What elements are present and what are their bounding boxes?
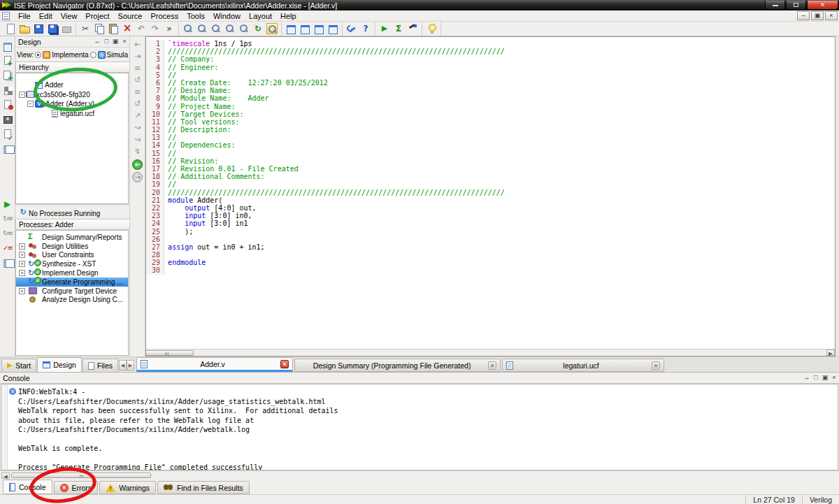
- cut-button[interactable]: [78, 22, 92, 36]
- code-editor[interactable]: 1`timescale 1ns / 1ps2//////////////////…: [145, 36, 836, 357]
- new-window-button[interactable]: [284, 22, 298, 36]
- zoom-default-button[interactable]: [237, 22, 251, 36]
- zoom-in-button[interactable]: [181, 22, 195, 36]
- rerun-process-button[interactable]: [1, 212, 15, 225]
- menu-source[interactable]: Source: [114, 11, 147, 21]
- console-horizontal-scrollbar[interactable]: ◀: [0, 470, 839, 480]
- console-scrollbar[interactable]: [1, 384, 8, 470]
- new-window-button[interactable]: [1, 39, 15, 52]
- nav-forward-button[interactable]: [132, 172, 143, 182]
- goto-marker-button[interactable]: [406, 22, 420, 36]
- context-help-button[interactable]: [359, 22, 373, 36]
- process-item[interactable]: +Design Utilities: [16, 242, 128, 251]
- editor-horizontal-scrollbar[interactable]: ◀ ▶: [145, 349, 835, 356]
- check-source-button[interactable]: [1, 127, 15, 141]
- console-scroll-thumb[interactable]: [11, 473, 151, 478]
- expander-icon[interactable]: −: [19, 92, 25, 98]
- menu-edit[interactable]: Edit: [35, 11, 57, 21]
- console-scroll-left-arrow[interactable]: ◀: [1, 473, 10, 479]
- tab-warnings[interactable]: Warnings: [99, 481, 156, 494]
- close-tab-icon[interactable]: ✕: [488, 361, 496, 370]
- dock-left-button[interactable]: [131, 38, 144, 50]
- process-item[interactable]: +Configure Target Device: [16, 287, 128, 296]
- save-button[interactable]: [31, 22, 45, 36]
- bookmark-lines-button[interactable]: [131, 62, 144, 74]
- next-marker-button[interactable]: [131, 110, 144, 122]
- partition-button[interactable]: [1, 83, 15, 96]
- edit-marker-button[interactable]: [131, 122, 144, 134]
- expander-icon[interactable]: +: [19, 288, 25, 294]
- tile-horizontal-button[interactable]: [312, 22, 326, 36]
- process-item[interactable]: +↻✓Synthesize - XST: [16, 259, 128, 268]
- undo-button[interactable]: [134, 22, 148, 36]
- menu-layout[interactable]: Layout: [245, 11, 276, 21]
- tree-item[interactable]: Adder: [16, 80, 128, 90]
- refresh-doc-button[interactable]: [251, 22, 265, 36]
- tile-vertical-button[interactable]: [326, 22, 340, 36]
- run-button[interactable]: [378, 22, 392, 36]
- view-radio-simulation[interactable]: [90, 52, 96, 58]
- overflow-button[interactable]: [162, 22, 176, 36]
- menu-process[interactable]: Process: [146, 11, 182, 21]
- process-item[interactable]: ↻✓Generate Programming ...: [16, 278, 128, 287]
- menu-window[interactable]: Window: [209, 11, 245, 21]
- process-item[interactable]: +↻✓Implement Design: [16, 268, 128, 278]
- tree-item[interactable]: legaturi.ucf: [16, 109, 128, 119]
- menu-help[interactable]: Help: [276, 11, 301, 21]
- tab-console[interactable]: Console: [3, 480, 52, 494]
- process-item[interactable]: ΣDesign Summary/Reports: [16, 233, 128, 242]
- design-panel-undock-button[interactable]: [111, 38, 120, 46]
- console-panel-close-button[interactable]: [830, 374, 838, 382]
- wrench-button[interactable]: [345, 22, 359, 36]
- design-panel-float-button[interactable]: [93, 38, 101, 46]
- editor-tab-2[interactable]: Design Summary (Programming File Generat…: [294, 359, 501, 372]
- tab-design[interactable]: Design: [37, 357, 82, 372]
- hierarchy-tree[interactable]: Adder−xc3s500e-5fg320−VAdder (Adder.v)le…: [15, 73, 129, 204]
- expander-icon[interactable]: +: [19, 261, 25, 267]
- close-tab-icon[interactable]: ✕: [280, 360, 289, 368]
- console-panel-undock-button[interactable]: [821, 374, 829, 382]
- tab-files[interactable]: Files: [83, 359, 118, 372]
- select-tool-button[interactable]: [265, 22, 279, 36]
- hint-bulb-button[interactable]: [424, 22, 438, 36]
- minimize-button[interactable]: [765, 1, 785, 10]
- design-summary-button[interactable]: [392, 22, 406, 36]
- copy-button[interactable]: [92, 22, 106, 36]
- zoom-full-button[interactable]: [223, 22, 237, 36]
- redo-button[interactable]: [148, 22, 162, 36]
- add-source-button[interactable]: [1, 54, 15, 67]
- undo-marker-button[interactable]: [131, 74, 144, 86]
- tab-errors[interactable]: ✕Errors: [54, 481, 99, 494]
- paste-button[interactable]: [106, 22, 120, 36]
- expander-icon[interactable]: +: [19, 270, 25, 276]
- expander-icon[interactable]: +: [19, 243, 25, 250]
- restore-button[interactable]: [786, 1, 806, 10]
- design-panel-close-button[interactable]: [120, 38, 129, 46]
- new-doc-button[interactable]: [3, 22, 17, 36]
- editor-tab-1[interactable]: Adder.v✕: [136, 357, 293, 372]
- zoom-selection-button[interactable]: [209, 22, 223, 36]
- expander-icon[interactable]: +: [19, 252, 25, 258]
- menu-view[interactable]: View: [57, 11, 82, 21]
- tab-start[interactable]: Start: [1, 359, 36, 372]
- editor-tab-3[interactable]: legaturi.ucf✕: [502, 359, 664, 372]
- mdi-restore-button[interactable]: ▣: [811, 11, 824, 20]
- console-panel-float-button[interactable]: [803, 374, 811, 382]
- tree-item[interactable]: −xc3s500e-5fg320: [16, 90, 128, 100]
- menu-tools[interactable]: Tools: [182, 11, 209, 21]
- zoom-out-button[interactable]: [195, 22, 209, 36]
- toggle-columns-button[interactable]: [1, 142, 15, 155]
- clear-markers-button[interactable]: [131, 145, 144, 157]
- snapshot-button[interactable]: [1, 113, 15, 126]
- mdi-minimize-button[interactable]: –: [797, 11, 810, 20]
- expander-icon[interactable]: −: [27, 101, 34, 107]
- scroll-thumb[interactable]: [145, 350, 194, 356]
- design-panel-maximize-button[interactable]: [102, 38, 110, 46]
- tab-scroll-left[interactable]: ◀: [119, 360, 127, 370]
- cascade-windows-button[interactable]: [298, 22, 312, 36]
- dock-right-button[interactable]: [131, 50, 144, 62]
- menu-project[interactable]: Project: [81, 11, 113, 21]
- open-folder-button[interactable]: [17, 22, 31, 36]
- delete-button[interactable]: [120, 22, 134, 36]
- tab-find-in-files-results[interactable]: Find in Files Results: [157, 481, 250, 494]
